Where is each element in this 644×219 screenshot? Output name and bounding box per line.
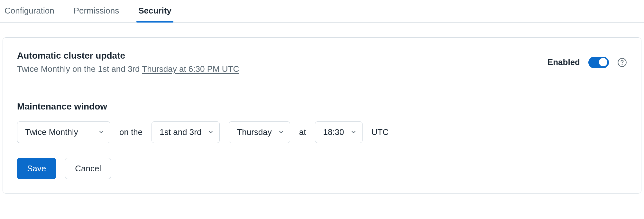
toggle-knob [599, 58, 607, 66]
auto-update-schedule: Twice Monthly on the 1st and 3rd Thursda… [17, 64, 540, 74]
security-panel: Automatic cluster update Twice Monthly o… [3, 37, 641, 194]
tab-security[interactable]: Security [136, 0, 173, 22]
text-utc: UTC [372, 127, 389, 137]
text-at: at [299, 127, 306, 137]
maintenance-window-title: Maintenance window [17, 101, 627, 112]
auto-update-header: Automatic cluster update Twice Monthly o… [17, 51, 627, 87]
tab-configuration[interactable]: Configuration [3, 0, 56, 22]
text-on-the: on the [119, 127, 143, 137]
tab-permissions[interactable]: Permissions [72, 0, 121, 22]
frequency-select-button[interactable]: Twice Monthly [17, 121, 110, 143]
help-icon[interactable] [617, 58, 627, 67]
enabled-toggle[interactable] [588, 57, 609, 68]
time-select[interactable]: 18:30 [315, 121, 362, 143]
schedule-prefix: Twice Monthly on the 1st and 3rd [17, 64, 142, 74]
enabled-label: Enabled [547, 57, 580, 67]
day-select[interactable]: Thursday [229, 121, 290, 143]
occurrence-select-button[interactable]: 1st and 3rd [152, 121, 220, 143]
svg-point-1 [622, 64, 623, 65]
schedule-link[interactable]: Thursday at 6:30 PM UTC [142, 64, 239, 74]
auto-update-title: Automatic cluster update [17, 51, 540, 61]
save-button[interactable]: Save [17, 158, 56, 179]
occurrence-select[interactable]: 1st and 3rd [152, 121, 220, 143]
form-actions: Save Cancel [17, 158, 627, 179]
tabs-bar: Configuration Permissions Security [0, 0, 644, 23]
cancel-button[interactable]: Cancel [65, 158, 111, 179]
day-select-button[interactable]: Thursday [229, 121, 290, 143]
maintenance-form: Twice Monthly on the 1st and 3rd Thursda… [17, 121, 627, 143]
frequency-select[interactable]: Twice Monthly [17, 121, 110, 143]
time-select-button[interactable]: 18:30 [315, 121, 362, 143]
